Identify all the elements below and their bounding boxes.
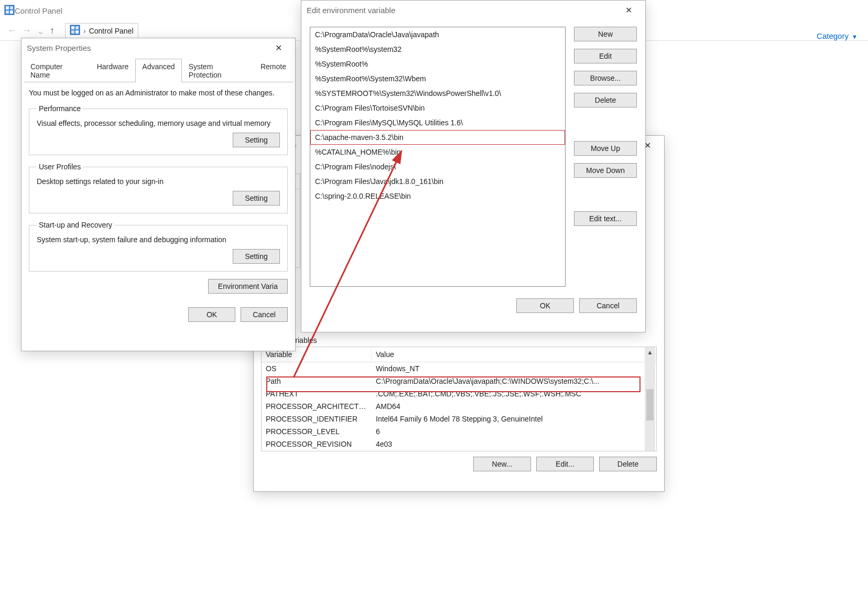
user-profiles-legend: User Profiles	[37, 163, 83, 171]
editenv-move-up-button[interactable]: Move Up	[574, 141, 637, 156]
svg-rect-8	[71, 30, 74, 34]
breadcrumb-sep-icon: ›	[83, 27, 86, 35]
svg-rect-9	[75, 30, 79, 34]
system-var-value: C:\ProgramData\Oracle\Java\javapath;C:\W…	[372, 375, 656, 387]
close-icon: ✕	[275, 43, 282, 53]
user-profiles-desc: Desktop settings related to your sign-in	[37, 177, 280, 186]
breadcrumb-item[interactable]: Control Panel	[89, 27, 134, 35]
sysprops-titlebar: System Properties ✕	[21, 38, 295, 57]
tab-system-protection[interactable]: System Protection	[182, 59, 254, 82]
startup-recovery-settings-button[interactable]: Setting	[233, 249, 280, 264]
system-vars-row[interactable]: PathC:\ProgramData\Oracle\Java\javapath;…	[262, 375, 656, 387]
path-list-item[interactable]: C:\Program Files\Java\jdk1.8.0_161\bin	[310, 174, 565, 189]
close-icon: ✕	[625, 5, 632, 15]
editenv-ok-button[interactable]: OK	[516, 298, 574, 313]
system-var-value: Windows_NT	[372, 362, 656, 375]
system-var-name: Path	[262, 375, 372, 387]
path-list-item[interactable]: C:\apache-maven-3.5.2\bin	[310, 130, 565, 145]
path-list-item[interactable]: C:\Program Files\TortoiseSVN\bin	[310, 101, 565, 115]
environment-variables-button[interactable]: Environment Varia	[208, 279, 288, 294]
editenv-edit-text-button[interactable]: Edit text...	[574, 211, 637, 226]
startup-recovery-legend: Start-up and Recovery	[37, 221, 114, 229]
system-vars-table[interactable]: Variable Value OSWindows_NTPathC:\Progra…	[261, 347, 657, 451]
sysvars-edit-button[interactable]: Edit...	[536, 457, 594, 471]
system-var-name: PATHEXT	[262, 387, 372, 400]
svg-rect-7	[75, 26, 79, 29]
system-var-value: .COM;.EXE;.BAT;.CMD;.VBS;.VBE;.JS;.JSE;.…	[372, 387, 656, 400]
close-button[interactable]: ✕	[617, 3, 640, 17]
user-profiles-settings-button[interactable]: Setting	[233, 191, 280, 206]
editenv-delete-button[interactable]: Delete	[574, 93, 637, 107]
path-list-item[interactable]: %SystemRoot%\System32\Wbem	[310, 71, 565, 86]
performance-settings-button[interactable]: Setting	[233, 133, 280, 147]
sysvars-new-button[interactable]: New...	[473, 457, 531, 471]
system-var-name: OS	[262, 362, 372, 375]
scrollbar-thumb[interactable]	[646, 389, 654, 420]
editenv-move-down-button[interactable]: Move Down	[574, 163, 637, 178]
path-list-item[interactable]: C:\ProgramData\Oracle\Java\javapath	[310, 27, 565, 42]
system-var-value: 6	[372, 425, 656, 438]
path-list-item[interactable]: C:\spring-2.0.0.RELEASE\bin	[310, 189, 565, 203]
view-by-dropdown[interactable]: Category ▼	[817, 31, 858, 40]
sysprops-ok-button[interactable]: OK	[188, 307, 235, 322]
system-var-name: PROCESSOR_IDENTIFIER	[262, 413, 372, 425]
editenv-cancel-button[interactable]: Cancel	[579, 298, 637, 313]
performance-desc: Visual effects, processor scheduling, me…	[37, 119, 280, 127]
sysvars-col-value: Value	[372, 347, 656, 362]
svg-rect-6	[71, 26, 74, 29]
sysprops-body: You must be logged on as an Administrato…	[21, 82, 295, 328]
edit-env-var-dialog: Edit environment variable ✕ C:\ProgramDa…	[301, 0, 646, 332]
path-list-item[interactable]: %SystemRoot%\system32	[310, 42, 565, 57]
system-vars-row[interactable]: OSWindows_NT	[262, 362, 656, 375]
path-list-item[interactable]: %SYSTEMROOT%\System32\WindowsPowerShell\…	[310, 86, 565, 101]
nav-history-dropdown-icon[interactable]: ⌄	[37, 25, 45, 37]
nav-up-icon[interactable]: ↑	[50, 25, 55, 36]
user-profiles-group: User Profiles Desktop settings related t…	[29, 163, 288, 213]
path-list-item[interactable]: C:\Program Files\nodejs\	[310, 159, 565, 174]
startup-recovery-group: Start-up and Recovery System start-up, s…	[29, 221, 288, 272]
close-button[interactable]: ✕	[267, 40, 290, 55]
startup-recovery-desc: System start-up, system failure and debu…	[37, 235, 280, 244]
system-var-name: PROCESSOR_ARCHITECTURE	[262, 400, 372, 413]
system-var-name: PROCESSOR_REVISION	[262, 438, 372, 450]
system-vars-row[interactable]: PROCESSOR_REVISION4e03	[262, 438, 656, 450]
svg-rect-3	[6, 10, 9, 14]
sysprops-tabs: Computer Name Hardware Advanced System P…	[24, 58, 293, 82]
system-vars-row[interactable]: PROCESSOR_IDENTIFIERIntel64 Family 6 Mod…	[262, 413, 656, 425]
tab-remote[interactable]: Remote	[254, 59, 293, 82]
path-list-item[interactable]: %SystemRoot%	[310, 57, 565, 71]
tab-advanced[interactable]: Advanced	[135, 59, 181, 82]
system-var-value: 4e03	[372, 438, 656, 450]
editenv-edit-button[interactable]: Edit	[574, 49, 637, 63]
nav-back-icon[interactable]: ←	[7, 25, 17, 36]
system-properties-dialog: System Properties ✕ Computer Name Hardwa…	[21, 38, 296, 351]
editenv-titlebar: Edit environment variable ✕	[301, 1, 645, 19]
editenv-browse-button[interactable]: Browse...	[574, 71, 637, 85]
svg-rect-4	[10, 10, 13, 14]
admin-note: You must be logged on as an Administrato…	[29, 89, 288, 97]
system-vars-section-label: System variables	[261, 336, 657, 344]
editenv-title: Edit environment variable	[307, 6, 395, 15]
svg-rect-2	[10, 6, 13, 9]
breadcrumb[interactable]: › Control Panel	[65, 23, 138, 39]
tab-hardware[interactable]: Hardware	[90, 59, 136, 82]
chevron-down-icon: ▼	[852, 34, 858, 40]
path-values-list[interactable]: C:\ProgramData\Oracle\Java\javapath%Syst…	[310, 27, 566, 287]
sysprops-title: System Properties	[27, 44, 91, 52]
view-by-label: Category	[817, 31, 849, 40]
system-vars-row[interactable]: PROCESSOR_LEVEL6	[262, 425, 656, 438]
control-panel-icon	[4, 5, 15, 17]
performance-legend: Performance	[37, 104, 83, 113]
path-list-item[interactable]: C:\Program Files\MySQL\MySQL Utilities 1…	[310, 115, 565, 130]
sysvars-delete-button[interactable]: Delete	[599, 457, 657, 471]
control-panel-icon	[70, 25, 80, 37]
nav-forward-icon[interactable]: →	[22, 25, 31, 36]
scroll-up-icon[interactable]: ▲	[645, 347, 655, 358]
editenv-new-button[interactable]: New	[574, 27, 637, 41]
sysvars-button-row: New... Edit... Delete	[261, 457, 657, 471]
system-vars-row[interactable]: PROCESSOR_ARCHITECTUREAMD64	[262, 400, 656, 413]
tab-computer-name[interactable]: Computer Name	[24, 59, 90, 82]
sysprops-cancel-button[interactable]: Cancel	[241, 307, 288, 322]
path-list-item[interactable]: %CATALINA_HOME%\bin	[310, 145, 565, 159]
system-vars-row[interactable]: PATHEXT.COM;.EXE;.BAT;.CMD;.VBS;.VBE;.JS…	[262, 387, 656, 400]
